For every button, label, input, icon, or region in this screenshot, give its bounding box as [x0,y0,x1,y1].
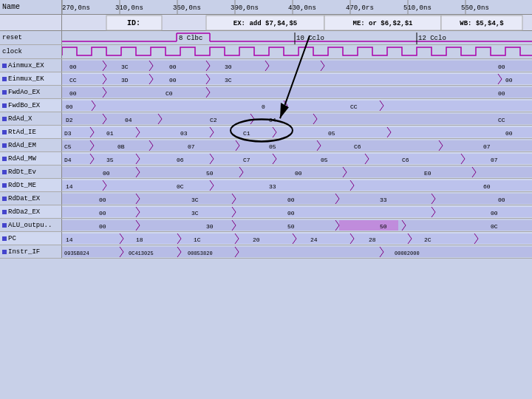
svg-text:00: 00 [498,90,505,97]
clock-row: clock [0,45,532,59]
rdad-x-wave: D2 04 C2 04 CC [62,112,532,125]
clock-label: clock [0,45,62,58]
svg-text:0C: 0C [177,183,184,190]
rdda2-ex-label: RdDa2_EX [0,205,62,218]
rows-container: reset 8 Clbc 10 Cclo 12 Cclo [0,31,532,259]
bus-icon [2,64,7,68]
timeline-ticks-col: 270,0ns 310,0ns 350,0ns 390,0ns 430,0ns … [62,0,532,14]
svg-rect-214 [62,233,532,244]
rdda2-ex-wave: 00 3C 00 00 [62,205,532,218]
svg-text:10 Cclo: 10 Cclo [296,35,324,42]
svg-text:50: 50 [206,170,214,177]
alu-output-label: ALU_outpu.. [0,219,62,231]
ainmux-ex-wave: 00 3C 00 30 00 [62,59,532,72]
rdad-mw-label: RdAd_MW [0,152,62,165]
pipeline-name-spacer [0,15,62,30]
svg-rect-188 [62,207,532,217]
svg-text:3C: 3C [191,197,199,203]
reset-row: reset 8 Clbc 10 Cclo 12 Cclo [0,31,532,45]
svg-text:00: 00 [99,197,106,203]
svg-text:33: 33 [269,183,276,190]
svg-text:00: 00 [66,103,73,110]
svg-text:00: 00 [498,64,505,70]
rddt-ev-row: RdDt_Ev 00 50 00 E0 [0,166,532,179]
signals-area: reset 8 Clbc 10 Cclo 12 Cclo [0,31,532,399]
svg-text:C6: C6 [402,157,409,163]
bus-icon-14 [2,236,7,241]
svg-rect-64 [62,87,532,98]
bus-icon-3 [2,90,7,95]
svg-text:14: 14 [66,236,73,243]
svg-text:D4: D4 [64,157,72,163]
rddt-ev-wave: 00 50 00 E0 [62,166,532,178]
pc-row: PC 14 18 1C 20 [0,232,532,245]
svg-text:ID:: ID: [127,19,140,27]
svg-rect-82 [62,114,532,124]
rdad-mw-wave: D4 35 06 C7 05 [62,152,532,165]
svg-text:1C: 1C [194,236,201,243]
einmux-ek-label: Einmux_EK [0,72,62,85]
bus-icon-13 [2,223,7,228]
svg-text:00: 00 [99,223,106,230]
bus-icon-15 [2,250,7,254]
instr-if-wave: 0935B824 0C413025 00853820 00002000 [62,245,532,258]
svg-text:3D: 3D [121,77,129,83]
svg-text:30: 30 [225,64,232,70]
rddt-me-row: RdDt_ME 14 0C 33 60 [0,179,532,192]
svg-text:00: 00 [169,77,177,83]
svg-text:00: 00 [287,210,295,216]
svg-text:60: 60 [483,183,491,190]
bus-icon-4 [2,103,7,108]
bus-icon-6 [2,130,7,134]
svg-text:05: 05 [321,157,328,163]
bus-icon-7 [2,143,7,148]
svg-text:28: 28 [369,236,376,243]
bus-icon-8 [2,157,7,161]
svg-text:3C: 3C [225,77,232,83]
svg-text:2C: 2C [424,236,432,243]
svg-text:CC: CC [498,117,505,123]
rddat-ex-row: RdDat_EX 00 3C 00 33 [0,192,532,205]
svg-text:0935B824: 0935B824 [64,250,89,256]
svg-text:07: 07 [483,143,491,150]
reset-label: reset [0,31,62,44]
svg-text:00: 00 [505,77,513,83]
svg-text:00: 00 [505,130,513,137]
svg-text:50: 50 [287,223,295,230]
svg-text:D2: D2 [66,117,73,123]
svg-text:D3: D3 [64,130,72,137]
svg-text:3C: 3C [191,210,199,216]
svg-text:00002000: 00002000 [395,250,420,256]
rddt-ev-label: RdDt_Ev [0,166,62,178]
fwdao-ex-row: FwdAo_EX 00 C0 00 [0,86,532,99]
svg-text:03: 03 [180,130,188,137]
svg-text:00: 00 [287,197,295,203]
svg-text:07: 07 [188,143,195,150]
svg-text:00: 00 [103,170,110,177]
timeline-header: Name 270,0ns 310,0ns 350,0ns 390,0ns 430… [0,0,532,15]
svg-text:18: 18 [136,236,143,243]
bus-icon-12 [2,210,7,214]
svg-text:3C: 3C [121,64,129,70]
instr-if-label: Instr_IF [0,245,62,258]
svg-text:00: 00 [99,210,106,216]
bus-icon-10 [2,183,7,188]
svg-text:C6: C6 [354,143,361,150]
svg-text:EX: add $7,$4,$5: EX: add $7,$4,$5 [233,20,297,27]
rddat-ex-wave: 00 3C 00 33 00 [62,192,532,205]
svg-rect-96 [62,127,532,137]
svg-text:WB: $5,$4,$: WB: $5,$4,$ [460,20,504,27]
svg-text:00: 00 [498,197,505,203]
svg-text:00: 00 [295,170,302,177]
rtad-ie-wave: D3 01 03 C1 05 [62,126,532,138]
fwdao-ex-label: FwdAo_EX [0,86,62,98]
svg-text:C1: C1 [243,130,250,137]
svg-text:0B: 0B [117,143,125,150]
bus-icon-9 [2,170,7,174]
reset-wave: 8 Clbc 10 Cclo 12 Cclo [62,31,532,44]
svg-text:20: 20 [253,236,260,243]
svg-text:0C413025: 0C413025 [129,250,154,256]
pc-label: PC [0,232,62,245]
bus-icon-5 [2,117,7,121]
pipeline-header: ID: EX: add $7,$4,$5 ME: or $6,$2,$1 WB:… [0,15,532,31]
